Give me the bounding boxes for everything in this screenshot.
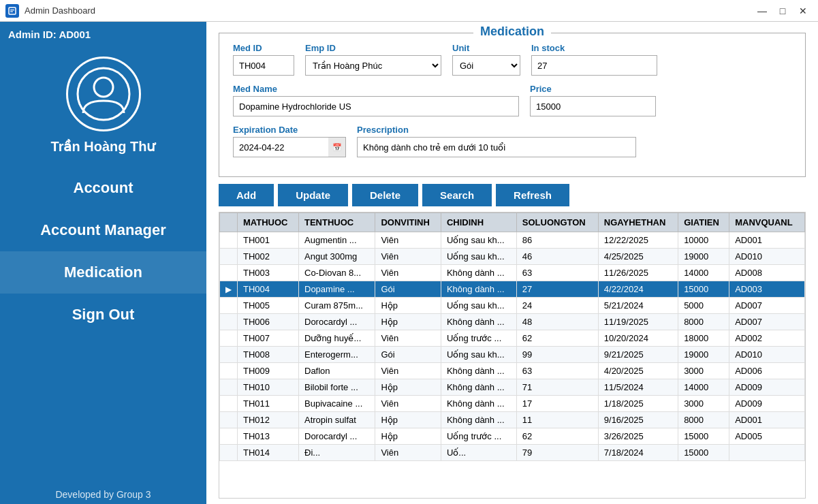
cell-ngayhethan: 3/26/2025: [598, 428, 678, 445]
cell-mathuoc: TH010: [238, 379, 299, 396]
cell-mathuoc: TH003: [238, 265, 299, 281]
row-arrow: [220, 379, 238, 396]
sidebar-item-account-manager[interactable]: Account Manager: [0, 209, 206, 251]
row-arrow: [220, 347, 238, 363]
cell-donvitinh: Viên: [375, 232, 441, 249]
form-row-2: Med Name Price: [233, 84, 791, 116]
instock-field: In stock: [531, 43, 657, 76]
instock-label: In stock: [531, 43, 657, 53]
cell-tenthuoc: Angut 300mg: [299, 249, 375, 265]
sidebar-item-account[interactable]: Account: [0, 167, 206, 209]
price-input[interactable]: [530, 96, 656, 116]
cell-tenthuoc: Dorocardyl ...: [299, 428, 375, 445]
cell-mathuoc: TH008: [238, 347, 299, 363]
calendar-button[interactable]: 📅: [328, 137, 346, 157]
cell-mathuoc: TH007: [238, 330, 299, 347]
table-row[interactable]: TH009 Daflon Viên Không dành ... 63 4/20…: [220, 363, 805, 379]
cell-chidinh: Không dành ...: [441, 281, 516, 298]
cell-soluong: 27: [516, 281, 598, 298]
cell-chidinh: Uống sau kh...: [441, 249, 516, 265]
maximize-button[interactable]: □: [773, 4, 792, 18]
row-arrow: [220, 330, 238, 347]
emp-id-wrapper: Trần Hoàng Phúc: [305, 55, 441, 76]
cell-donvitinh: Hộp: [375, 314, 441, 330]
table-row[interactable]: TH005 Curam 875m... Hộp Uống sau kh... 2…: [220, 298, 805, 314]
dev-label: Developed by Group 3: [55, 482, 151, 504]
content-area: Admin ID: AD001 Trần Hoàng Thư Account A…: [0, 22, 818, 504]
cell-chidinh: Uống sau kh...: [441, 298, 516, 314]
table-row[interactable]: TH007 Dưỡng huyế... Viên Uống trước ... …: [220, 330, 805, 347]
cell-ngayhethan: 11/26/2025: [598, 265, 678, 281]
table-row[interactable]: TH002 Angut 300mg Viên Uống sau kh... 46…: [220, 249, 805, 265]
cell-tenthuoc: Đi...: [299, 445, 375, 461]
action-bar: Add Update Delete Search Refresh: [219, 184, 806, 206]
cell-tenthuoc: Dopamine ...: [299, 281, 375, 298]
emp-id-select[interactable]: Trần Hoàng Phúc: [305, 55, 441, 76]
emp-id-field: Emp ID Trần Hoàng Phúc: [305, 43, 441, 76]
table-row[interactable]: TH013 Dorocardyl ... Hộp Uống trước ... …: [220, 428, 805, 445]
unit-select[interactable]: Viên Gói Hộp: [452, 55, 520, 76]
cell-giatien: 5000: [678, 298, 729, 314]
cell-manv: AD009: [729, 396, 805, 412]
cell-donvitinh: Viên: [375, 249, 441, 265]
med-name-input[interactable]: [233, 96, 519, 116]
table-row[interactable]: TH010 Bilobil forte ... Hộp Không dành .…: [220, 379, 805, 396]
med-id-input[interactable]: [233, 55, 294, 76]
row-arrow: [220, 265, 238, 281]
unit-field: Unit Viên Gói Hộp: [452, 43, 520, 76]
cell-soluong: 62: [516, 428, 598, 445]
cell-soluong: 11: [516, 412, 598, 428]
cell-giatien: 18000: [678, 330, 729, 347]
cell-manv: AD007: [729, 314, 805, 330]
table-row[interactable]: ▶ TH004 Dopamine ... Gói Không dành ... …: [220, 281, 805, 298]
add-button[interactable]: Add: [219, 184, 274, 206]
delete-button[interactable]: Delete: [352, 184, 418, 206]
price-field: Price: [530, 84, 656, 116]
form-row-3: Expiration Date 📅 Prescription: [233, 125, 791, 157]
cell-donvitinh: Gói: [375, 281, 441, 298]
cell-tenthuoc: Augmentin ...: [299, 232, 375, 249]
cell-tenthuoc: Atropin sulfat: [299, 412, 375, 428]
prescription-input[interactable]: [357, 137, 636, 157]
table-row[interactable]: TH008 Enterogerm... Gói Uống sau kh... 9…: [220, 347, 805, 363]
table-row[interactable]: TH001 Augmentin ... Viên Uống sau kh... …: [220, 232, 805, 249]
emp-id-label: Emp ID: [305, 43, 441, 53]
cell-giatien: 10000: [678, 232, 729, 249]
table-row[interactable]: TH003 Co-Diovan 8... Viên Không dành ...…: [220, 265, 805, 281]
cell-tenthuoc: Enterogerm...: [299, 347, 375, 363]
cell-mathuoc: TH013: [238, 428, 299, 445]
cell-mathuoc: TH014: [238, 445, 299, 461]
cell-manv: AD010: [729, 249, 805, 265]
cell-soluong: 62: [516, 330, 598, 347]
minimize-button[interactable]: —: [753, 4, 772, 18]
table-row[interactable]: TH011 Bupivacaine ... Viên Không dành ..…: [220, 396, 805, 412]
sidebar-item-sign-out[interactable]: Sign Out: [0, 294, 206, 336]
medication-table-container[interactable]: MATHUOC TENTHUOC DONVITINH CHIDINH SOLUO…: [219, 212, 806, 499]
cell-manv: [729, 445, 805, 461]
table-row[interactable]: TH006 Dorocardyl ... Hộp Không dành ... …: [220, 314, 805, 330]
cell-soluong: 86: [516, 232, 598, 249]
row-arrow: ▶: [220, 281, 238, 298]
close-button[interactable]: ✕: [793, 4, 813, 18]
table-row[interactable]: TH012 Atropin sulfat Hộp Không dành ... …: [220, 412, 805, 428]
sidebar: Admin ID: AD001 Trần Hoàng Thư Account A…: [0, 22, 206, 504]
cell-manv: AD006: [729, 363, 805, 379]
instock-input[interactable]: [531, 55, 657, 76]
search-button[interactable]: Search: [422, 184, 492, 206]
table-row[interactable]: TH014 Đi... Viên Uố... 79 7/18/2024 1500…: [220, 445, 805, 461]
cell-tenthuoc: Bilobil forte ...: [299, 379, 375, 396]
row-arrow: [220, 412, 238, 428]
col-mathuoc: MATHUOC: [238, 213, 299, 232]
cell-ngayhethan: 7/18/2024: [598, 445, 678, 461]
cell-giatien: 8000: [678, 412, 729, 428]
refresh-button[interactable]: Refresh: [496, 184, 569, 206]
cell-giatien: 3000: [678, 396, 729, 412]
exp-date-input[interactable]: [233, 137, 328, 157]
update-button[interactable]: Update: [278, 184, 348, 206]
cell-chidinh: Không dành ...: [441, 396, 516, 412]
svg-rect-1: [10, 10, 14, 10]
cell-donvitinh: Viên: [375, 265, 441, 281]
sidebar-item-medication[interactable]: Medication: [0, 251, 206, 294]
cell-chidinh: Không dành ...: [441, 412, 516, 428]
cell-manv: AD010: [729, 347, 805, 363]
